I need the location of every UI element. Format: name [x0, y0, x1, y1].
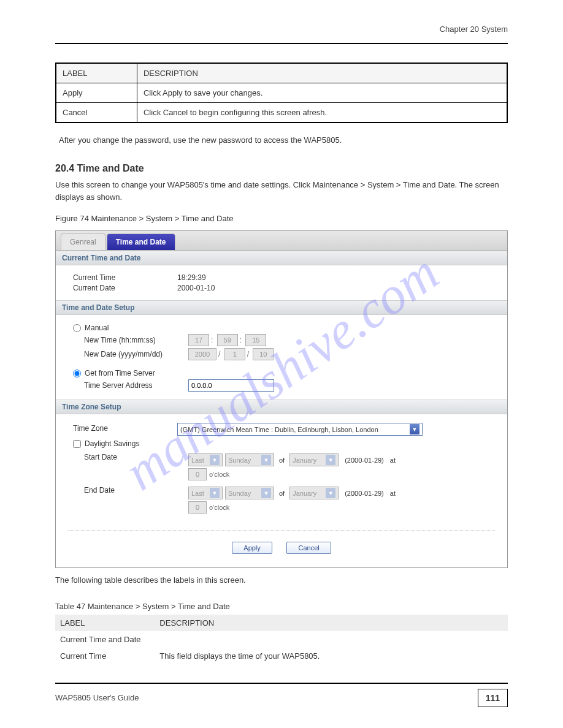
- section-intro: Use this screen to change your WAP5805's…: [55, 179, 508, 203]
- tz-label: Time Zone: [73, 423, 177, 433]
- section-setup-title: Time and Date Setup: [56, 300, 507, 315]
- tab-general[interactable]: Genreal: [61, 233, 105, 250]
- of-label: of: [279, 457, 285, 464]
- post-figure-caption: Table 47 Maintenance > System > Time and…: [55, 602, 508, 611]
- table-header-label: LABEL: [55, 615, 155, 631]
- table-row: Apply Click Apply to save your changes.: [56, 83, 507, 103]
- header-rule: [55, 43, 508, 44]
- start-date-hint: (2000-01-29): [345, 457, 384, 464]
- note: After you change the password, use the n…: [55, 135, 508, 145]
- server-addr-label: Time Server Address: [84, 381, 188, 390]
- footer-manual-title: WAP5805 User's Guide: [55, 693, 139, 702]
- end-hour-input[interactable]: [188, 501, 207, 514]
- at-label: at: [390, 457, 396, 464]
- current-time-value: 18:29:39: [177, 273, 206, 282]
- chevron-down-icon: ▼: [210, 455, 220, 465]
- dst-label: Daylight Savings: [85, 439, 139, 448]
- dst-checkbox[interactable]: [73, 440, 81, 448]
- current-date-value: 2000-01-10: [177, 284, 215, 292]
- cell-desc: Click Apply to save your changes.: [137, 83, 507, 103]
- new-date-day[interactable]: [253, 348, 274, 360]
- chevron-down-icon: ▼: [261, 455, 271, 465]
- end-date-hint: (2000-01-29): [345, 490, 384, 497]
- current-date-label: Current Date: [73, 284, 177, 292]
- section-heading: 20.4 Time and Date: [55, 163, 508, 174]
- table-row: Cancel Click Cancel to begin configuring…: [56, 103, 507, 123]
- section-current-title: Current Time and Date: [56, 251, 507, 265]
- start-hour-input[interactable]: [188, 468, 207, 480]
- chevron-down-icon: ▼: [261, 488, 271, 498]
- manual-radio[interactable]: [73, 324, 81, 332]
- manual-label: Manual: [85, 324, 109, 332]
- end-weekday-select[interactable]: Sunday▼: [225, 487, 274, 499]
- start-date-label: Start Date: [84, 452, 188, 461]
- table-header-description: DESCRIPTION: [155, 615, 508, 631]
- new-time-hh[interactable]: [188, 334, 209, 346]
- oclock-label: o'clock: [209, 471, 229, 478]
- cancel-button[interactable]: Cancel: [286, 542, 331, 554]
- end-month-select[interactable]: January▼: [289, 487, 339, 499]
- apply-button[interactable]: Apply: [232, 542, 272, 554]
- start-ordinal-select[interactable]: Last▼: [188, 453, 223, 466]
- oclock-label: o'clock: [209, 504, 229, 511]
- cell-label: Current Time: [55, 648, 155, 664]
- page-header-right: Chapter 20 System: [55, 25, 508, 34]
- end-date-label: End Date: [84, 485, 188, 495]
- new-date-label: New Date (yyyy/mm/dd): [84, 350, 188, 358]
- server-label: Get from Time Server: [85, 369, 155, 377]
- tz-select[interactable]: (GMT) Greenwich Mean Time : Dublin, Edin…: [177, 423, 423, 436]
- start-weekday-select[interactable]: Sunday▼: [225, 453, 274, 466]
- cell-label: Cancel: [56, 103, 137, 123]
- new-time-label: New Time (hh:mm:ss): [84, 336, 188, 344]
- current-time-label: Current Time: [73, 273, 177, 282]
- table-header-description: DESCRIPTION: [137, 63, 507, 83]
- new-time-ss[interactable]: [245, 334, 266, 346]
- at-label: at: [390, 490, 396, 497]
- start-month-select[interactable]: January▼: [289, 453, 339, 466]
- note-text: After you change the password, use the n…: [59, 135, 342, 145]
- chevron-down-icon: ▼: [326, 488, 335, 498]
- table-group-row: Current Time and Date: [55, 631, 508, 648]
- end-ordinal-select[interactable]: Last▼: [188, 487, 223, 499]
- new-date-year[interactable]: [188, 348, 216, 360]
- new-time-mm[interactable]: [217, 334, 238, 346]
- post-figure-intro: The following table describes the labels…: [55, 574, 508, 586]
- router-ui-panel: Genreal Time and Date Current Time and D…: [55, 230, 508, 568]
- tab-time-and-date[interactable]: Time and Date: [107, 233, 175, 250]
- server-addr-input[interactable]: [188, 379, 274, 392]
- chevron-down-icon: ▼: [326, 455, 335, 465]
- section-tz-title: Time Zone Setup: [56, 400, 507, 414]
- cell-desc: This field displays the time of your WAP…: [155, 648, 508, 664]
- page-number: 111: [478, 689, 508, 707]
- new-date-month[interactable]: [224, 348, 245, 360]
- chevron-down-icon: ▼: [410, 424, 419, 434]
- footer-rule: [55, 683, 508, 684]
- tabs-bar: Genreal Time and Date: [56, 231, 507, 251]
- cell-label: Apply: [56, 83, 137, 103]
- button-description-table: LABEL DESCRIPTION Apply Click Apply to s…: [55, 63, 508, 123]
- tz-select-value: (GMT) Greenwich Mean Time : Dublin, Edin…: [180, 426, 378, 433]
- cell-desc: Click Cancel to begin configuring this s…: [137, 103, 507, 123]
- server-radio[interactable]: [73, 370, 81, 377]
- of-label: of: [279, 490, 285, 497]
- field-description-table: Table 47 Maintenance > System > Time and…: [55, 602, 508, 664]
- chevron-down-icon: ▼: [210, 488, 220, 498]
- table-header-label: LABEL: [56, 63, 137, 83]
- figure-caption: Figure 74 Maintenance > System > Time an…: [55, 214, 508, 223]
